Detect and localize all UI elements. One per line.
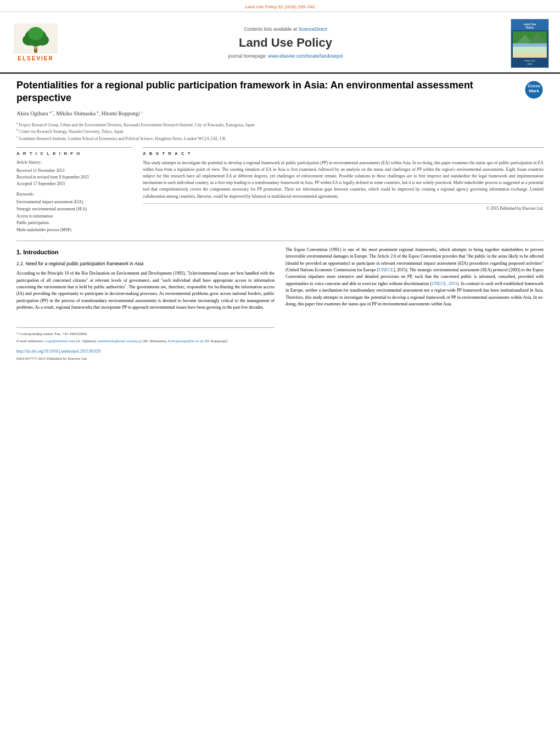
keyword-4: Public participation bbox=[16, 220, 132, 227]
citation-text: Land Use Policy 52 (2016) 535–542 bbox=[245, 4, 315, 9]
svg-text:2016: 2016 bbox=[528, 63, 533, 65]
journal-header: ELSEVIER Contents lists available at Sci… bbox=[0, 14, 560, 74]
crossmark-logo: Cross Mark bbox=[524, 80, 544, 99]
accepted-date: Accepted 17 September 2015 bbox=[16, 181, 132, 187]
article-info-content: Article history: Received 11 November 20… bbox=[16, 160, 132, 234]
copyright-footer: 0264-8377/© 2015 Published by Elsevier L… bbox=[16, 356, 275, 362]
doi-link[interactable]: http://dx.doi.org/10.1016/j.landusepol.2… bbox=[16, 349, 100, 354]
footnote-star: * Corresponding author. Fax: +81 4483326… bbox=[16, 331, 275, 337]
journal-center: Contents lists available at ScienceDirec… bbox=[60, 26, 511, 60]
svg-rect-17 bbox=[513, 53, 547, 58]
contents-list: Contents lists available at ScienceDirec… bbox=[71, 26, 500, 33]
svg-text:Policy: Policy bbox=[526, 26, 534, 29]
svg-text:Cross: Cross bbox=[528, 83, 540, 88]
footnotes-area: * Corresponding author. Fax: +81 4483326… bbox=[16, 327, 275, 344]
body-left-col: 1. Introduction 1.1. Need for a regional… bbox=[16, 247, 275, 362]
keyword-2: Strategic environmental assessment (SEA) bbox=[16, 206, 132, 213]
sciencedirect-link[interactable]: ScienceDirect bbox=[298, 26, 327, 32]
keywords-section: Keywords: Environmental impact assessmen… bbox=[16, 192, 132, 234]
keyword-1: Environmental impact assessment (EIA) bbox=[16, 199, 132, 206]
article-info-abstract: A R T I C L E I N F O Article history: R… bbox=[16, 147, 544, 234]
affiliation-b: b Center for Research Strategy, Waseda U… bbox=[16, 127, 544, 135]
unece-link-2[interactable]: UNECE, 2015 bbox=[432, 281, 457, 286]
received-date: Received 11 November 2013 bbox=[16, 168, 132, 174]
abstract-copyright: © 2015 Published by Elsevier Ltd. bbox=[143, 203, 544, 212]
affiliation-c: c Grantham Research Institute, London Sc… bbox=[16, 135, 544, 142]
article-info-col: A R T I C L E I N F O Article history: R… bbox=[16, 147, 132, 234]
body-content: 1. Introduction 1.1. Need for a regional… bbox=[0, 247, 560, 362]
page: Land Use Policy 52 (2016) 535–542 ELSEVI… bbox=[0, 0, 560, 742]
keywords-label: Keywords: bbox=[16, 192, 132, 198]
cover-svg: Land Use Policy Volume 52 2016 bbox=[511, 19, 548, 68]
paper-title-block: Potentialities for a regional public par… bbox=[16, 79, 544, 105]
abstract-col: A B S T R A C T This study attempts to i… bbox=[143, 147, 544, 234]
svg-text:Mark: Mark bbox=[529, 88, 539, 93]
svg-rect-7 bbox=[34, 49, 37, 53]
paper-title-text: Potentialities for a regional public par… bbox=[16, 79, 524, 105]
svg-text:Volume 52: Volume 52 bbox=[525, 59, 536, 62]
keyword-3: Access to information bbox=[16, 213, 132, 220]
svg-point-5 bbox=[28, 27, 43, 40]
elsevier-label: ELSEVIER bbox=[18, 55, 53, 63]
body-right-col: The Espoo Convention (1991) is one of th… bbox=[285, 247, 544, 362]
footnote-email: E-mail addresses: a.ogi@outlook.com (A. … bbox=[16, 338, 275, 344]
email-3-link[interactable]: H.Roppongi@lse.ac.uk bbox=[168, 339, 204, 343]
doi-area: http://dx.doi.org/10.1016/j.landusepol.2… bbox=[16, 348, 275, 361]
subsection-1-1-heading: 1.1. Need for a regional public particip… bbox=[16, 260, 275, 267]
authors-line: Akira Ogihara a,*, Mikiko Shimaoka b, Hi… bbox=[16, 110, 544, 118]
abstract-text: This study attempts to investigate the p… bbox=[143, 160, 544, 199]
svg-rect-14 bbox=[513, 47, 547, 53]
email-2-link[interactable]: mshimaoka@aoni.waseda.jp bbox=[98, 339, 142, 343]
revised-date: Received in revised form 8 September 201… bbox=[16, 174, 132, 181]
journal-homepage: journal homepage: www.elsevier.com/locat… bbox=[71, 53, 500, 60]
abstract-label: A B S T R A C T bbox=[143, 147, 544, 157]
journal-cover-image: Land Use Policy Volume 52 2016 bbox=[511, 19, 549, 68]
homepage-link[interactable]: www.elsevier.com/locate/landusepol bbox=[268, 53, 343, 59]
keyword-5: Multi-stakeholder process (MSP) bbox=[16, 227, 132, 234]
doi-link-line: http://dx.doi.org/10.1016/j.landusepol.2… bbox=[16, 348, 275, 355]
elsevier-tree-icon bbox=[14, 24, 58, 54]
journal-title: Land Use Policy bbox=[71, 35, 500, 52]
article-info-label: A R T I C L E I N F O bbox=[16, 147, 132, 157]
affiliation-a: a Project Research Group, Urban and the … bbox=[16, 121, 544, 128]
body-para-1: According to the Principle 10 of the Rio… bbox=[16, 270, 275, 311]
paper-content: Potentialities for a regional public par… bbox=[0, 79, 560, 241]
history-group: Article history: Received 11 November 20… bbox=[16, 160, 132, 187]
elsevier-logo: ELSEVIER bbox=[11, 24, 60, 63]
section-divider bbox=[16, 241, 544, 241]
unece-link-1[interactable]: UNECE bbox=[379, 267, 394, 272]
affiliations-block: a Project Research Group, Urban and the … bbox=[16, 121, 544, 142]
section-1-heading: 1. Introduction bbox=[16, 248, 275, 257]
body-para-2: The Espoo Convention (1991) is one of th… bbox=[285, 247, 544, 308]
citation-bar: Land Use Policy 52 (2016) 535–542 bbox=[0, 0, 560, 12]
email-1-link[interactable]: a.ogi@outlook.com bbox=[44, 339, 75, 343]
history-label: Article history: bbox=[16, 160, 132, 166]
